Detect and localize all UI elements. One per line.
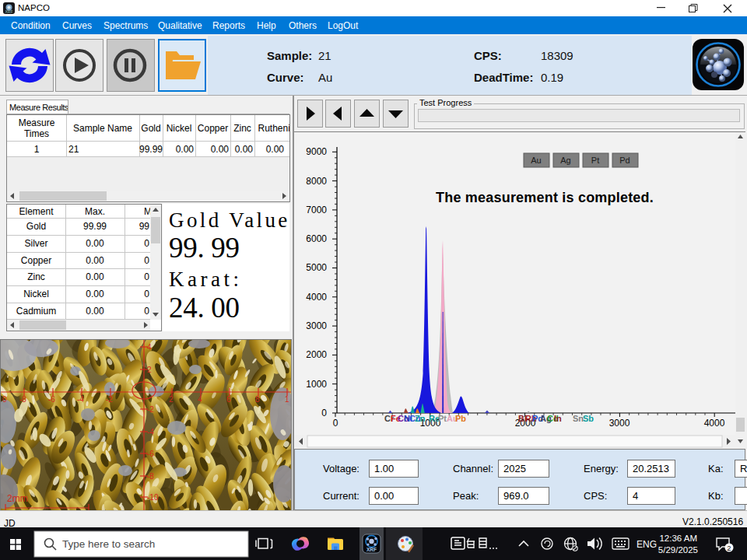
svg-text:6: 6 xyxy=(226,395,231,404)
svg-text:Au: Au xyxy=(531,156,541,165)
svg-text:2: 2 xyxy=(147,366,152,374)
svg-text:ENG: ENG xyxy=(637,539,657,550)
svg-text:2: 2 xyxy=(169,395,174,404)
svg-text:Type here to search: Type here to search xyxy=(62,538,155,550)
svg-text:-8: -8 xyxy=(19,395,26,404)
svg-text:0: 0 xyxy=(321,408,327,418)
svg-text:8: 8 xyxy=(255,395,260,404)
svg-text:-6: -6 xyxy=(147,450,154,458)
svg-text:XRF: XRF xyxy=(5,9,13,14)
svg-text:12:36 AM: 12:36 AM xyxy=(659,534,697,543)
svg-text:1000: 1000 xyxy=(306,379,327,390)
svg-text:0: 0 xyxy=(2,395,7,404)
svg-text:5000: 5000 xyxy=(306,262,327,273)
svg-text:0: 0 xyxy=(333,418,338,429)
svg-text:Pd: Pd xyxy=(619,156,630,165)
svg-text:-2: -2 xyxy=(147,405,154,414)
svg-text:9000: 9000 xyxy=(306,146,327,157)
svg-text:4: 4 xyxy=(198,395,202,404)
svg-text:6000: 6000 xyxy=(306,233,327,244)
svg-text:-8: -8 xyxy=(147,472,154,481)
svg-text:2mm: 2mm xyxy=(7,493,28,504)
svg-text:Pb: Pb xyxy=(455,414,466,423)
svg-text:1: 1 xyxy=(285,395,289,404)
svg-text:Zn: Zn xyxy=(415,414,426,423)
svg-text:4: 4 xyxy=(147,343,152,352)
svg-text:In: In xyxy=(554,414,562,423)
svg-text:7000: 7000 xyxy=(306,205,327,215)
svg-text:Pt: Pt xyxy=(438,414,447,423)
svg-text:5/29/2025: 5/29/2025 xyxy=(658,545,698,555)
svg-text:-6: -6 xyxy=(48,395,55,404)
svg-text:The measurement is completed.: The measurement is completed. xyxy=(436,190,654,205)
svg-text:XRF: XRF xyxy=(366,547,377,552)
svg-text:-4: -4 xyxy=(147,428,154,436)
svg-text:-4: -4 xyxy=(77,395,84,404)
svg-text:4000: 4000 xyxy=(704,418,725,429)
svg-text:-10: -10 xyxy=(147,493,159,502)
svg-text:Pt: Pt xyxy=(591,156,599,165)
svg-text:Ag: Ag xyxy=(560,156,570,165)
svg-text:8000: 8000 xyxy=(306,176,327,187)
svg-text:4000: 4000 xyxy=(306,292,327,303)
svg-text:Sb: Sb xyxy=(583,414,594,423)
svg-text:3000: 3000 xyxy=(306,320,327,331)
svg-text:3000: 3000 xyxy=(609,418,630,429)
svg-text:2000: 2000 xyxy=(306,349,327,360)
svg-text:2: 2 xyxy=(727,544,731,552)
svg-text:-2: -2 xyxy=(106,395,113,404)
